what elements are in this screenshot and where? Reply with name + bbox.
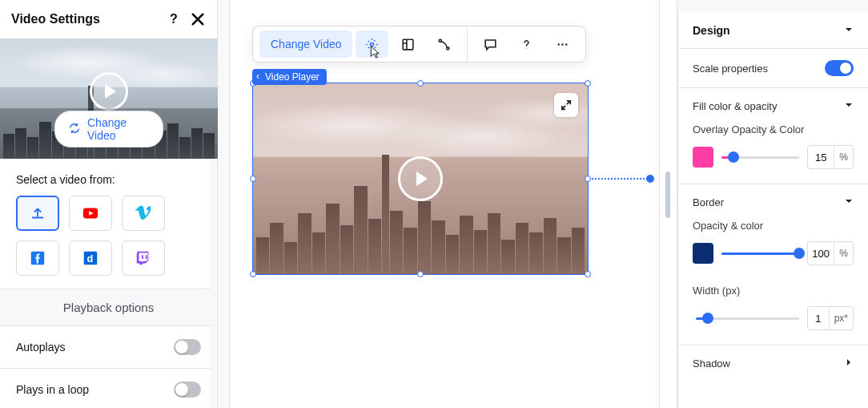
border-width-label: Width (px): [678, 277, 868, 300]
chevron-right-icon[interactable]: [844, 357, 854, 370]
overlay-color-swatch[interactable]: [693, 147, 713, 168]
source-vimeo[interactable]: [122, 196, 165, 231]
svg-text:d: d: [86, 252, 93, 265]
source-facebook[interactable]: [16, 240, 59, 276]
border-width-slider[interactable]: [696, 310, 799, 326]
border-color-swatch[interactable]: [693, 243, 713, 264]
change-video-button[interactable]: Change Video: [54, 111, 163, 147]
svg-point-6: [440, 39, 442, 42]
video-settings-panel: Video Settings ?: [0, 0, 218, 408]
source-dailymotion[interactable]: d: [69, 240, 112, 276]
svg-point-9: [558, 43, 560, 45]
border-opacity-label: Opacity & color: [678, 212, 868, 235]
play-icon[interactable]: [90, 72, 128, 111]
border-opacity-input[interactable]: 100 %: [807, 241, 854, 265]
border-width-input[interactable]: 1 px*: [807, 306, 854, 330]
video-preview-thumbnail: Change Video: [0, 38, 218, 159]
play-icon[interactable]: [398, 156, 443, 201]
scale-properties-label: Scale properties: [693, 63, 768, 75]
alignment-guide-handle[interactable]: [646, 175, 654, 183]
svg-point-7: [447, 46, 449, 49]
option-loop: Plays in a loop: [0, 369, 217, 408]
overlay-label: Overlay Opacity & Color: [678, 115, 868, 139]
overlay-opacity-slider[interactable]: [721, 149, 799, 165]
autoplays-toggle[interactable]: [174, 339, 201, 355]
source-upload[interactable]: [16, 196, 59, 231]
toolbar-more-button[interactable]: [546, 30, 579, 58]
shadow-section-label: Shadow: [693, 358, 730, 370]
toolbar-comment-button[interactable]: [474, 30, 507, 58]
scrollbar-handle[interactable]: [665, 172, 670, 218]
playback-options-header: Playback options: [0, 289, 217, 326]
svg-point-10: [562, 43, 564, 45]
close-icon[interactable]: [190, 11, 206, 27]
resize-handle[interactable]: [417, 80, 424, 87]
resize-handle[interactable]: [250, 271, 256, 277]
chevron-down-icon[interactable]: [844, 196, 854, 208]
svg-point-4: [371, 42, 374, 46]
fill-section-label: Fill color & opacity: [693, 100, 777, 112]
toolbar-change-video-button[interactable]: Change Video: [259, 30, 352, 58]
svg-rect-5: [404, 39, 414, 50]
option-autoplays-label: Autoplays: [16, 341, 65, 353]
overlay-opacity-input[interactable]: 15 %: [807, 145, 854, 169]
scale-properties-toggle[interactable]: [825, 60, 854, 76]
editor-canvas[interactable]: Change Video: [218, 0, 677, 408]
help-icon[interactable]: ?: [166, 12, 182, 26]
video-sources-grid: d: [0, 196, 217, 289]
change-video-label: Change Video: [87, 116, 150, 142]
video-player-element: [253, 83, 588, 274]
expand-button[interactable]: [554, 93, 578, 117]
toolbar-settings-button[interactable]: [356, 30, 388, 58]
svg-point-11: [566, 43, 568, 45]
select-source-label: Select a video from:: [0, 159, 217, 196]
resize-handle[interactable]: [585, 80, 591, 87]
toolbar-animation-button[interactable]: [428, 30, 460, 58]
loop-toggle[interactable]: [174, 382, 201, 398]
toolbar-layout-button[interactable]: [392, 30, 424, 58]
refresh-icon: [68, 122, 81, 137]
design-section-header: Design: [693, 24, 730, 37]
chevron-down-icon[interactable]: [844, 99, 854, 112]
alignment-guide: [589, 178, 648, 180]
video-element-selection[interactable]: [252, 83, 589, 275]
resize-handle[interactable]: [585, 271, 591, 277]
design-panel: Design Scale properties Fill color & opa…: [677, 0, 868, 408]
option-autoplays: Autoplays: [0, 326, 217, 369]
panel-title: Video Settings: [11, 12, 100, 26]
source-youtube[interactable]: [69, 196, 112, 231]
chevron-down-icon[interactable]: [844, 24, 854, 37]
border-section-label: Border: [693, 196, 724, 208]
source-twitch[interactable]: [122, 240, 165, 276]
resize-handle[interactable]: [250, 176, 256, 182]
resize-handle[interactable]: [585, 176, 591, 182]
floating-toolbar: Change Video: [252, 26, 586, 63]
border-opacity-slider[interactable]: [721, 245, 799, 261]
selection-breadcrumb-chip[interactable]: Video Player: [252, 69, 327, 85]
option-loop-label: Plays in a loop: [16, 383, 89, 396]
toolbar-help-button[interactable]: [510, 30, 543, 58]
resize-handle[interactable]: [417, 271, 424, 277]
svg-point-8: [527, 47, 528, 48]
